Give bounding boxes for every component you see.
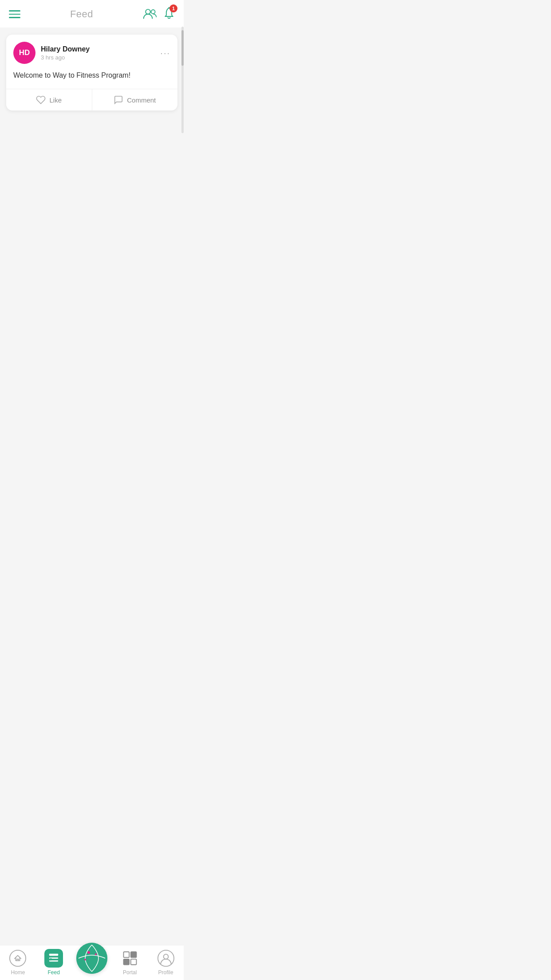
- like-button[interactable]: Like: [6, 89, 92, 111]
- page-title: Feed: [70, 8, 93, 20]
- svg-point-0: [146, 9, 150, 14]
- community-icon[interactable]: [143, 8, 157, 21]
- post-actions: Like Comment: [6, 89, 177, 111]
- post-time: 3 hrs ago: [41, 54, 90, 61]
- author-details: Hilary Downey 3 hrs ago: [41, 45, 90, 61]
- header-actions: 1: [143, 7, 175, 21]
- author-name: Hilary Downey: [41, 45, 90, 53]
- heart-icon: [36, 95, 46, 105]
- like-label: Like: [49, 96, 62, 104]
- notification-badge: 1: [169, 4, 177, 12]
- menu-button[interactable]: [9, 10, 20, 18]
- comment-button[interactable]: Comment: [92, 89, 178, 111]
- more-options-button[interactable]: ···: [160, 48, 170, 58]
- post-author-info: HD Hilary Downey 3 hrs ago: [13, 42, 90, 64]
- scrollbar[interactable]: [181, 27, 184, 133]
- app-header: Feed 1: [0, 0, 184, 28]
- avatar: HD: [13, 42, 35, 64]
- svg-point-1: [151, 10, 155, 14]
- comment-label: Comment: [127, 96, 156, 104]
- feed-content: HD Hilary Downey 3 hrs ago ··· Welcome t…: [0, 28, 184, 292]
- notifications-button[interactable]: 1: [163, 7, 175, 21]
- comment-icon: [114, 95, 123, 105]
- post-card: HD Hilary Downey 3 hrs ago ··· Welcome t…: [6, 35, 177, 111]
- post-content: Welcome to Way to Fitness Program!: [13, 70, 170, 83]
- post-header: HD Hilary Downey 3 hrs ago ···: [13, 42, 170, 64]
